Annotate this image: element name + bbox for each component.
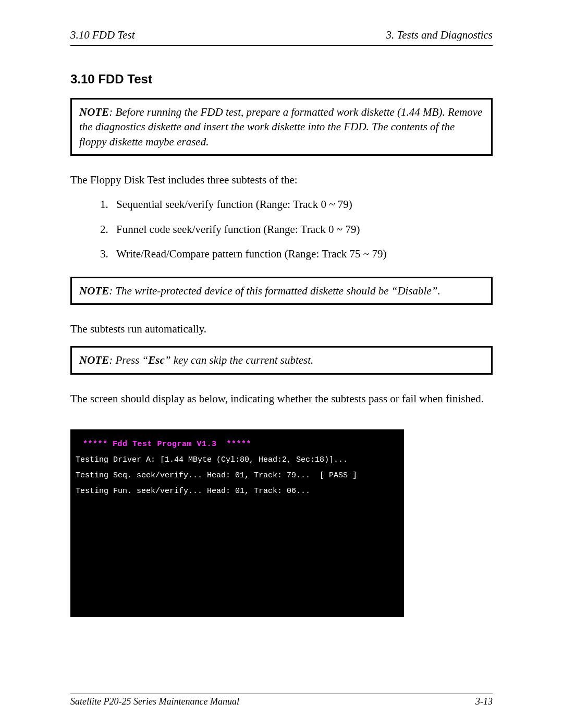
list-item: Write/Read/Compare pattern function (Ran… bbox=[111, 246, 493, 262]
note-label: NOTE bbox=[79, 106, 109, 118]
terminal-line: Testing Driver A: [1.44 MByte (Cyl:80, H… bbox=[76, 452, 399, 468]
note-label: NOTE bbox=[79, 354, 109, 366]
note-text-before: : Press “ bbox=[109, 354, 148, 366]
header-left: 3.10 FDD Test bbox=[70, 29, 135, 42]
paragraph-auto: The subtests run automatically. bbox=[70, 322, 493, 337]
terminal-screenshot: ***** Fdd Test Program V1.3 ***** Testin… bbox=[70, 429, 404, 617]
terminal-title: ***** Fdd Test Program V1.3 ***** bbox=[83, 437, 399, 452]
intro-paragraph: The Floppy Disk Test includes three subt… bbox=[70, 172, 493, 188]
page-footer: Satellite P20-25 Series Maintenance Manu… bbox=[70, 694, 493, 707]
terminal-line: Testing Seq. seek/verify... Head: 01, Tr… bbox=[76, 468, 399, 484]
section-heading: 3.10 FDD Test bbox=[70, 72, 493, 87]
subtest-list: Sequential seek/verify function (Range: … bbox=[111, 197, 493, 262]
list-item: Funnel code seek/verify function (Range:… bbox=[111, 222, 493, 237]
terminal-line: Testing Fun. seek/verify... Head: 01, Tr… bbox=[76, 484, 399, 499]
header-right: 3. Tests and Diagnostics bbox=[386, 29, 493, 42]
list-item: Sequential seek/verify function (Range: … bbox=[111, 197, 493, 212]
paragraph-screen: The screen should display as below, indi… bbox=[70, 391, 493, 406]
document-page: 3.10 FDD Test 3. Tests and Diagnostics 3… bbox=[0, 0, 563, 728]
note-text-after: ” key can skip the current subtest. bbox=[165, 354, 314, 366]
footer-right: 3-13 bbox=[475, 696, 493, 707]
note-box-3: NOTE: Press “Esc” key can skip the curre… bbox=[70, 346, 493, 374]
page-header: 3.10 FDD Test 3. Tests and Diagnostics bbox=[70, 29, 493, 46]
footer-left: Satellite P20-25 Series Maintenance Manu… bbox=[70, 696, 239, 707]
note-text: : Before running the FDD test, prepare a… bbox=[79, 106, 482, 148]
note-box-2: NOTE: The write-protected device of this… bbox=[70, 277, 493, 305]
note-esc-key: Esc bbox=[148, 354, 165, 366]
note-text: : The write-protected device of this for… bbox=[109, 285, 440, 297]
note-label: NOTE bbox=[79, 285, 109, 297]
note-box-1: NOTE: Before running the FDD test, prepa… bbox=[70, 98, 493, 156]
